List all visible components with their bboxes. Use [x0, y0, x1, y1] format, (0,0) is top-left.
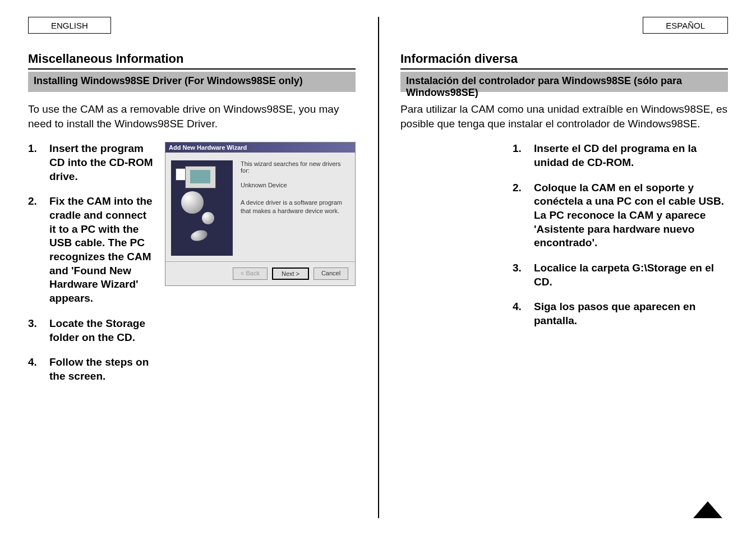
section-heading-left: Miscellaneous Information	[28, 52, 184, 66]
wizard-text-line1: This wizard searches for new drivers for…	[241, 160, 347, 174]
wizard-text-line3: A device driver is a software program th…	[241, 199, 347, 215]
step-item: 2. Fix the CAM into the cradle and conne…	[28, 195, 154, 306]
wizard-titlebar: Add New Hardware Wizard	[165, 142, 355, 153]
heading-rule-left	[28, 68, 356, 70]
add-new-hardware-wizard: Add New Hardware Wizard This wizard sear…	[165, 142, 356, 286]
back-button[interactable]: < Back	[233, 268, 268, 280]
step-text: Localice la carpeta G:\Storage en el CD.	[534, 261, 728, 289]
left-column: ENGLISH Miscellaneous Information Instal…	[0, 0, 378, 535]
step-number: 3.	[28, 317, 39, 344]
right-column: ESPAÑOL Información diversa Instalación …	[378, 0, 756, 535]
wizard-button-row: < Back Next > Cancel	[165, 261, 355, 285]
step-item: 1. Insert the program CD into the CD-ROM…	[28, 142, 154, 183]
steps-list-right: 1. Inserte el CD del programa en la unid…	[513, 142, 728, 339]
step-item: 4. Siga los pasos que aparecen en pantal…	[513, 300, 728, 328]
subsection-heading-left: Installing Windows98SE Driver (For Windo…	[34, 75, 303, 86]
step-text: Follow the steps on the screen.	[49, 356, 154, 383]
next-button[interactable]: Next >	[272, 268, 309, 280]
subsection-heading-right: Instalación del controlador para Windows…	[406, 75, 682, 98]
wizard-content: This wizard searches for new drivers for…	[241, 160, 347, 256]
step-item: 3. Locate the Storage folder on the CD.	[28, 317, 154, 344]
subsection-bar-right: Instalación del controlador para Windows…	[400, 72, 728, 92]
intro-text-left: To use the CAM as a removable drive on W…	[28, 102, 356, 131]
step-text: Inserte el CD del programa en la unidad …	[534, 142, 728, 169]
step-number: 2.	[513, 181, 524, 250]
step-text: Fix the CAM into the cradle and connect …	[49, 195, 154, 306]
subsection-bar-left: Installing Windows98SE Driver (For Windo…	[28, 72, 356, 92]
intro-text-right: Para utilizar la CAM como una unidad ext…	[400, 102, 728, 131]
step-text: Insert the program CD into the CD-ROM dr…	[49, 142, 154, 183]
cancel-button[interactable]: Cancel	[314, 268, 348, 280]
page-continue-icon	[693, 501, 722, 518]
wizard-screenshot: Add New Hardware Wizard This wizard sear…	[165, 142, 356, 394]
steps-list-left: 1. Insert the program CD into the CD-ROM…	[28, 142, 154, 394]
step-number: 1.	[28, 142, 39, 183]
step-item: 3. Localice la carpeta G:\Storage en el …	[513, 261, 728, 289]
section-heading-right: Información diversa	[400, 52, 518, 66]
heading-rule-right	[400, 68, 728, 70]
step-number: 2.	[28, 195, 39, 306]
step-number: 4.	[513, 300, 524, 328]
step-item: 1. Inserte el CD del programa en la unid…	[513, 142, 728, 169]
step-text: Coloque la CAM en el soporte y conéctela…	[534, 181, 728, 250]
language-label-right: ESPAÑOL	[643, 17, 728, 34]
step-number: 1.	[513, 142, 524, 169]
step-item: 2. Coloque la CAM en el soporte y conéct…	[513, 181, 728, 250]
wizard-side-image	[171, 160, 233, 256]
step-number: 4.	[28, 356, 39, 383]
wizard-text-line2: Unknown Device	[241, 182, 347, 188]
step-number: 3.	[513, 261, 524, 289]
step-text: Siga los pasos que aparecen en pantalla.	[534, 300, 728, 328]
language-label-left: ENGLISH	[28, 17, 111, 34]
step-text: Locate the Storage folder on the CD.	[49, 317, 154, 344]
step-item: 4. Follow the steps on the screen.	[28, 356, 154, 383]
